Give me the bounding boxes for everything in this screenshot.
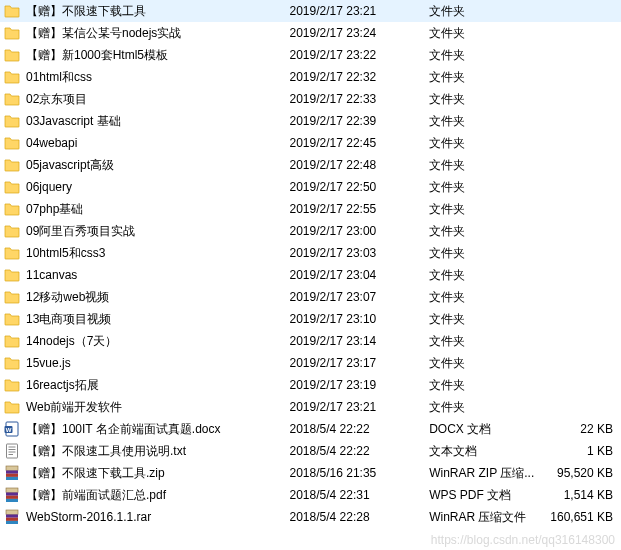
file-row[interactable]: 01html和css2019/2/17 22:32文件夹 [0, 66, 621, 88]
file-type: 文件夹 [429, 289, 547, 306]
file-type: 文件夹 [429, 355, 547, 372]
file-size: 22 KB [547, 422, 621, 436]
file-type: 文件夹 [429, 157, 547, 174]
file-name: 【赠】新1000套Html5模板 [26, 47, 290, 64]
folder-icon [4, 311, 20, 327]
file-date: 2019/2/17 22:32 [290, 70, 430, 84]
folder-icon [4, 135, 20, 151]
file-date: 2019/2/17 23:04 [290, 268, 430, 282]
file-row[interactable]: 06jquery2019/2/17 22:50文件夹 [0, 176, 621, 198]
file-date: 2018/5/4 22:22 [290, 422, 430, 436]
file-date: 2019/2/17 23:24 [290, 26, 430, 40]
file-type: 文件夹 [429, 25, 547, 42]
file-date: 2019/2/17 22:50 [290, 180, 430, 194]
file-row[interactable]: 【赠】前端面试题汇总.pdf2018/5/4 22:31WPS PDF 文档1,… [0, 484, 621, 506]
file-date: 2019/2/17 23:00 [290, 224, 430, 238]
file-row[interactable]: 【赠】不限速下载工具.zip2018/5/16 21:35WinRAR ZIP … [0, 462, 621, 484]
file-row[interactable]: 14nodejs（7天）2019/2/17 23:14文件夹 [0, 330, 621, 352]
file-type: 文件夹 [429, 267, 547, 284]
file-name: 02京东项目 [26, 91, 290, 108]
folder-icon [4, 47, 20, 63]
file-list: 【赠】不限速下载工具2019/2/17 23:21文件夹【赠】某信公某号node… [0, 0, 621, 528]
file-row[interactable]: 【赠】不限速下载工具2019/2/17 23:21文件夹 [0, 0, 621, 22]
file-type: 文本文档 [429, 443, 547, 460]
folder-icon [4, 377, 20, 393]
file-name: 15vue.js [26, 356, 290, 370]
file-row[interactable]: 16reactjs拓展2019/2/17 23:19文件夹 [0, 374, 621, 396]
folder-icon [4, 179, 20, 195]
file-name: 03Javascript 基础 [26, 113, 290, 130]
folder-icon [4, 91, 20, 107]
file-name: 16reactjs拓展 [26, 377, 290, 394]
file-row[interactable]: 07php基础2019/2/17 22:55文件夹 [0, 198, 621, 220]
file-type: 文件夹 [429, 179, 547, 196]
file-date: 2019/2/17 23:07 [290, 290, 430, 304]
file-row[interactable]: 03Javascript 基础2019/2/17 22:39文件夹 [0, 110, 621, 132]
file-date: 2019/2/17 23:21 [290, 400, 430, 414]
file-name: Web前端开发软件 [26, 399, 290, 416]
file-name: 【赠】100IT 名企前端面试真题.docx [26, 421, 290, 438]
file-name: 04webapi [26, 136, 290, 150]
file-name: 01html和css [26, 69, 290, 86]
folder-icon [4, 223, 20, 239]
folder-icon [4, 3, 20, 19]
file-row[interactable]: 【赠】某信公某号nodejs实战2019/2/17 23:24文件夹 [0, 22, 621, 44]
file-date: 2018/5/4 22:31 [290, 488, 430, 502]
file-type: 文件夹 [429, 69, 547, 86]
file-date: 2019/2/17 23:03 [290, 246, 430, 260]
file-name: 13电商项目视频 [26, 311, 290, 328]
file-type: 文件夹 [429, 333, 547, 350]
file-name: 11canvas [26, 268, 290, 282]
file-type: 文件夹 [429, 3, 547, 20]
file-date: 2019/2/17 23:10 [290, 312, 430, 326]
folder-icon [4, 289, 20, 305]
file-date: 2019/2/17 22:33 [290, 92, 430, 106]
file-row[interactable]: 11canvas2019/2/17 23:04文件夹 [0, 264, 621, 286]
file-row[interactable]: 13电商项目视频2019/2/17 23:10文件夹 [0, 308, 621, 330]
file-row[interactable]: 04webapi2019/2/17 22:45文件夹 [0, 132, 621, 154]
archive-icon [4, 465, 20, 481]
file-type: 文件夹 [429, 201, 547, 218]
file-type: 文件夹 [429, 223, 547, 240]
file-size: 160,651 KB [547, 510, 621, 524]
file-date: 2019/2/17 22:45 [290, 136, 430, 150]
file-row[interactable]: Web前端开发软件2019/2/17 23:21文件夹 [0, 396, 621, 418]
word-doc-icon [4, 421, 20, 437]
folder-icon [4, 69, 20, 85]
file-name: 10html5和css3 [26, 245, 290, 262]
file-row[interactable]: 【赠】新1000套Html5模板2019/2/17 23:22文件夹 [0, 44, 621, 66]
file-type: WPS PDF 文档 [429, 487, 547, 504]
file-row[interactable]: 09阿里百秀项目实战2019/2/17 23:00文件夹 [0, 220, 621, 242]
file-row[interactable]: 【赠】100IT 名企前端面试真题.docx2018/5/4 22:22DOCX… [0, 418, 621, 440]
file-row[interactable]: WebStorm-2016.1.1.rar2018/5/4 22:28WinRA… [0, 506, 621, 528]
file-date: 2018/5/4 22:28 [290, 510, 430, 524]
file-size: 1,514 KB [547, 488, 621, 502]
file-row[interactable]: 【赠】不限速工具使用说明.txt2018/5/4 22:22文本文档1 KB [0, 440, 621, 462]
text-file-icon [4, 443, 20, 459]
file-type: 文件夹 [429, 245, 547, 262]
file-date: 2019/2/17 23:19 [290, 378, 430, 392]
file-date: 2019/2/17 22:55 [290, 202, 430, 216]
file-name: 12移动web视频 [26, 289, 290, 306]
file-name: 【赠】某信公某号nodejs实战 [26, 25, 290, 42]
file-name: 06jquery [26, 180, 290, 194]
folder-icon [4, 355, 20, 371]
file-type: 文件夹 [429, 91, 547, 108]
file-date: 2019/2/17 22:48 [290, 158, 430, 172]
file-date: 2018/5/16 21:35 [290, 466, 430, 480]
file-type: 文件夹 [429, 399, 547, 416]
file-row[interactable]: 05javascript高级2019/2/17 22:48文件夹 [0, 154, 621, 176]
folder-icon [4, 267, 20, 283]
file-row[interactable]: 10html5和css32019/2/17 23:03文件夹 [0, 242, 621, 264]
file-name: 14nodejs（7天） [26, 333, 290, 350]
folder-icon [4, 157, 20, 173]
file-row[interactable]: 12移动web视频2019/2/17 23:07文件夹 [0, 286, 621, 308]
file-row[interactable]: 15vue.js2019/2/17 23:17文件夹 [0, 352, 621, 374]
file-type: WinRAR 压缩文件 [429, 509, 547, 526]
file-size: 1 KB [547, 444, 621, 458]
file-date: 2019/2/17 23:22 [290, 48, 430, 62]
file-name: 09阿里百秀项目实战 [26, 223, 290, 240]
file-name: 【赠】不限速下载工具.zip [26, 465, 290, 482]
file-type: WinRAR ZIP 压缩... [429, 465, 547, 482]
file-row[interactable]: 02京东项目2019/2/17 22:33文件夹 [0, 88, 621, 110]
